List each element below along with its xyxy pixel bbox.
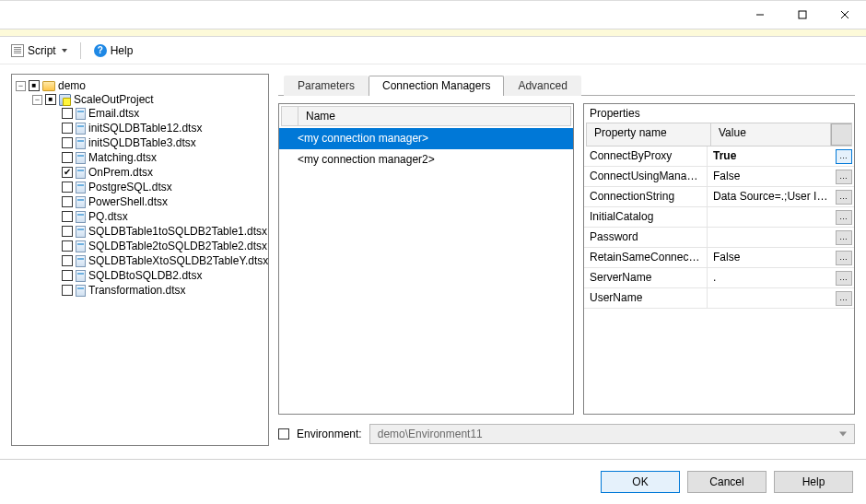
tree-package-label: PQ.dtsx [88,210,128,223]
titlebar [0,1,866,29]
checkbox-tristate[interactable] [45,94,56,105]
property-value[interactable]: True [708,147,834,166]
tab-advanced[interactable]: Advanced [504,76,580,96]
tree-project-label: ScaleOutProject [74,93,154,106]
tree-package[interactable]: PQ.dtsx [49,210,266,223]
tree-package[interactable]: PowerShell.dtsx [49,195,266,208]
property-value[interactable]: False [708,167,834,186]
package-icon [76,240,86,252]
tree-package[interactable]: SQLDBtoSQLDB2.dtsx [49,269,266,282]
property-name: ServerName [584,268,708,287]
checkbox[interactable] [62,167,73,178]
tree-package[interactable]: SQLDBTableXtoSQLDB2TableY.dtsx [49,254,266,267]
ellipsis-button[interactable]: … [836,149,852,164]
close-button[interactable] [824,1,866,29]
property-edit-cell: … [834,167,854,186]
property-edit-cell: … [834,147,854,166]
collapse-icon[interactable]: − [32,95,42,105]
checkbox[interactable] [62,270,73,281]
footer: OK Cancel Help [0,460,866,504]
expander-blank [49,153,59,163]
tree-package-label: SQLDBtoSQLDB2.dtsx [88,269,202,282]
tree-root[interactable]: − demo [16,79,266,92]
checkbox[interactable] [62,182,73,193]
property-name: ConnectUsingManagedIdentity [584,167,708,186]
ok-button[interactable]: OK [601,471,680,493]
help-footer-button[interactable]: Help [774,471,853,493]
expander-blank [49,286,59,296]
cm-header-name: Name [298,107,570,125]
property-name: RetainSameConnection [584,248,708,267]
package-icon [76,211,86,223]
ellipsis-button[interactable]: … [836,190,852,205]
property-row[interactable]: Password … [584,228,854,248]
property-value[interactable]: False [708,248,834,267]
expander-blank [49,138,59,148]
property-row[interactable]: RetainSameConnection False … [584,248,854,268]
package-icon [76,285,86,297]
checkbox-tristate[interactable] [29,80,40,91]
connection-manager-row[interactable]: <my connection manager> [279,128,573,149]
tree-package[interactable]: initSQLDBTable3.dtsx [49,136,266,149]
help-button[interactable]: ? Help [90,42,137,59]
property-value[interactable]: Data Source=.;User ID=... [708,187,834,206]
checkbox[interactable] [62,211,73,222]
property-row[interactable]: UserName … [584,288,854,309]
tree-package[interactable]: Email.dtsx [49,107,266,120]
checkbox[interactable] [62,123,73,134]
property-row[interactable]: ConnectByProxy True … [584,147,854,167]
property-row[interactable]: ConnectUsingManagedIdentity False … [584,167,854,187]
tree-project[interactable]: − ScaleOutProject [32,93,266,106]
tab-connection-managers[interactable]: Connection Managers [369,76,504,96]
ellipsis-button[interactable]: … [836,170,852,184]
property-row[interactable]: ServerName . … [584,268,854,288]
checkbox[interactable] [62,255,73,266]
checkbox[interactable] [62,152,73,163]
checkbox[interactable] [62,137,73,148]
property-edit-cell: … [834,268,854,287]
tree-package[interactable]: SQLDBTable2toSQLDB2Table2.dtsx [49,240,266,252]
checkbox[interactable] [62,285,73,296]
property-value[interactable] [708,288,834,308]
environment-checkbox[interactable] [278,428,289,440]
property-edit-cell: … [834,248,854,267]
checkbox[interactable] [62,226,73,237]
ellipsis-button[interactable]: … [836,271,852,286]
tree-package[interactable]: PostgreSQL.dtsx [49,181,266,193]
tree-package[interactable]: Matching.dtsx [49,151,266,164]
checkbox[interactable] [62,108,73,119]
ellipsis-button[interactable]: … [836,230,852,245]
ok-label: OK [632,475,648,488]
tree-pane[interactable]: − demo − ScaleOutProject [11,74,269,446]
connection-managers-list[interactable]: Name <my connection manager><my connecti… [278,103,574,415]
tree-package[interactable]: initSQLDBTable12.dtsx [49,122,266,135]
cancel-button[interactable]: Cancel [687,471,767,493]
checkbox[interactable] [62,240,73,252]
package-icon [76,182,86,193]
connection-manager-row[interactable]: <my connection manager2> [279,149,573,170]
environment-select[interactable]: demo\Environment11 [369,424,855,444]
checkbox[interactable] [62,196,73,207]
script-button[interactable]: Script [7,42,71,59]
ellipsis-button[interactable]: … [836,210,852,225]
property-value[interactable] [708,228,834,247]
toolbar: Script ? Help [0,37,866,64]
property-value[interactable]: . [708,268,834,287]
minimize-button[interactable] [739,1,781,29]
maximize-button[interactable] [781,1,824,29]
property-value[interactable] [708,207,834,227]
ellipsis-button[interactable]: … [836,251,852,265]
tree-package[interactable]: OnPrem.dtsx [49,166,266,179]
tab-parameters[interactable]: Parameters [284,76,369,96]
tree-package-label: OnPrem.dtsx [88,166,153,179]
tree-package[interactable]: SQLDBTable1toSQLDB2Table1.dtsx [49,225,266,238]
property-row[interactable]: InitialCatalog … [584,207,854,228]
tree-package-label: initSQLDBTable12.dtsx [88,122,202,135]
ellipsis-button[interactable]: … [836,291,852,306]
tree-package[interactable]: Transformation.dtsx [49,284,266,297]
collapse-icon[interactable]: − [16,81,26,91]
package-icon [76,152,86,164]
property-row[interactable]: ConnectionString Data Source=.;User ID=.… [584,187,854,207]
environment-label: Environment: [297,428,362,440]
environment-row: Environment: demo\Environment11 [278,422,855,446]
